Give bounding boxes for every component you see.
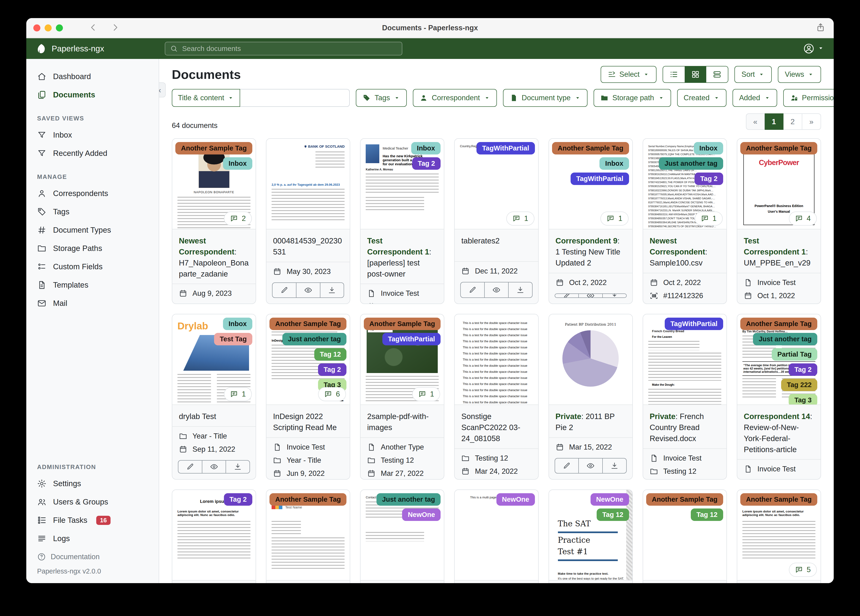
document-preview[interactable]: Lorem ipsumLorem ipsum dolor sit amet, c… xyxy=(737,490,821,581)
document-card[interactable]: Boundary Waters TripAnother Sample TagTa… xyxy=(360,314,444,479)
tag-tagwithpartial[interactable]: TagWithPartial xyxy=(665,317,723,330)
document-title[interactable]: Test Correspondent 1: [paperless] test p… xyxy=(361,229,444,284)
meta-path[interactable]: Year - Title xyxy=(273,456,343,465)
document-card[interactable]: CyberPowerPowerPanel® Business EditionUs… xyxy=(737,138,821,304)
document-preview[interactable]: Serial Number,Company Name,Employe… 9788… xyxy=(643,139,727,229)
meta-path[interactable]: Testing 12 xyxy=(461,454,531,462)
meta-type[interactable]: Invoice Test xyxy=(744,465,814,473)
meta-path[interactable]: Testing 12 xyxy=(744,478,814,479)
meta-date[interactable]: Sep 11, 2022 xyxy=(179,445,249,454)
meta-date[interactable]: Aug 9, 2023 xyxy=(179,289,249,298)
tag-inbox[interactable]: Inbox xyxy=(223,157,252,170)
tag-just-another-tag[interactable]: Just another tag xyxy=(377,493,441,506)
meta-type[interactable]: Another Type xyxy=(367,443,437,451)
document-title[interactable] xyxy=(549,581,632,583)
view-button[interactable] xyxy=(578,459,602,473)
sidebar-item-document-types[interactable]: Document Types xyxy=(26,221,159,239)
tag-tag-2[interactable]: Tag 2 xyxy=(695,173,723,185)
document-card[interactable]: InDesign Scripting DocumentationAnother … xyxy=(266,314,350,479)
edit-button[interactable] xyxy=(555,294,579,297)
pagination-next-button[interactable]: » xyxy=(802,113,821,130)
list-view-button[interactable] xyxy=(663,66,685,82)
document-card[interactable]: Country,Region/State,“…TagWithPartial 1 … xyxy=(454,138,538,304)
sidebar-item-settings[interactable]: Settings xyxy=(26,475,159,493)
document-title[interactable]: 0004814539_20230531 xyxy=(267,229,350,262)
document-title[interactable]: Newest Correspondent: Sample100.csv xyxy=(643,229,727,273)
tag-just-another-tag[interactable]: Just another tag xyxy=(659,157,723,170)
document-preview[interactable]: The SATPracticeTest #1Make time to take … xyxy=(549,490,632,581)
sidebar-item-custom-fields[interactable]: Custom Fields xyxy=(26,258,159,276)
document-card[interactable]: Contact Sheet DemoJust another tagNewOne xyxy=(360,489,444,583)
minimize-window-button[interactable] xyxy=(45,24,52,31)
tag-newone[interactable]: NewOne xyxy=(590,493,629,506)
document-preview[interactable]: Contact Sheet DemoJust another tagNewOne xyxy=(361,490,444,581)
sidebar-item-mail[interactable]: Mail xyxy=(26,294,159,313)
tag-another-sample-tag[interactable]: Another Sample Tag xyxy=(740,317,817,330)
meta-date[interactable]: Mar 24, 2022 xyxy=(461,467,531,476)
meta-date[interactable]: Mar 25, 2023 xyxy=(367,302,437,304)
view-button[interactable] xyxy=(296,283,320,297)
document-title[interactable]: tablerates2 xyxy=(455,229,538,262)
document-preview[interactable]: Boundary Waters TripAnother Sample TagTa… xyxy=(361,314,444,405)
tag-tagwithpartial[interactable]: TagWithPartial xyxy=(382,333,441,345)
document-preview[interactable]: Test NameAnother Sample Tag xyxy=(267,490,350,581)
correspondent-link[interactable]: Correspondent 9 xyxy=(556,236,618,245)
document-title[interactable]: Sonstige ScanPC2022 03-24_081058 xyxy=(455,405,538,449)
meta-date[interactable]: Dec 11, 2022 xyxy=(461,267,531,275)
document-title[interactable] xyxy=(737,581,821,583)
comment-count-badge[interactable]: 2 xyxy=(224,212,252,226)
comment-count-badge[interactable]: 6 xyxy=(318,387,346,401)
document-preview[interactable]: This is a multi page document. Page 1.Ne… xyxy=(455,490,538,581)
document-title[interactable] xyxy=(455,581,538,583)
tag-newone[interactable]: NewOne xyxy=(496,493,535,506)
document-title[interactable]: drylab Test xyxy=(172,405,256,427)
permissions-filter-button[interactable]: Permissions xyxy=(783,89,834,107)
title-content-dropdown[interactable]: Title & content xyxy=(172,89,240,107)
meta-path[interactable]: Testing 12 xyxy=(650,467,720,476)
view-button[interactable] xyxy=(578,294,602,297)
document-title[interactable]: Correspondent 9: 1 Testing New Title Upd… xyxy=(549,229,632,273)
tag-another-sample-tag[interactable]: Another Sample Tag xyxy=(740,493,817,506)
tag-test-tag[interactable]: Test Tag xyxy=(214,333,252,345)
document-preview[interactable]: Country,Region/State,“…TagWithPartial 1 xyxy=(455,139,538,229)
document-card[interactable]: Review of Arbitral Awards Shows Swift Re… xyxy=(737,314,821,479)
document-title[interactable]: 2sample-pdf-with-images xyxy=(361,405,444,438)
sidebar-item-templates[interactable]: Templates xyxy=(26,276,159,294)
document-title[interactable]: Private: 2011 BP Pie 2 xyxy=(549,405,632,438)
tag-tagwithpartial[interactable]: TagWithPartial xyxy=(571,173,629,185)
meta-date[interactable]: May 30, 2023 xyxy=(273,267,343,276)
meta-type[interactable]: Invoice Test xyxy=(744,278,814,287)
sidebar-item-documents[interactable]: Documents xyxy=(26,86,159,104)
document-preview[interactable]: Patient BP Distribution 2011 xyxy=(549,314,632,405)
document-title[interactable]: Private: French Country Bread Revised.do… xyxy=(643,405,727,449)
tag-partial-tag[interactable]: Partial Tag xyxy=(772,348,817,361)
meta-type[interactable]: Invoice Test xyxy=(273,443,343,451)
comment-count-badge[interactable]: 1 xyxy=(412,387,440,401)
sidebar-item-tags[interactable]: Tags xyxy=(26,203,159,221)
tag-inbox[interactable]: Inbox xyxy=(694,142,723,154)
document-title[interactable] xyxy=(172,581,256,583)
document-card[interactable]: Medical TeacherHas the new Kirkpatrick g… xyxy=(360,138,444,304)
correspondent-link[interactable]: Newest Correspondent xyxy=(179,236,234,256)
created-filter-button[interactable]: Created xyxy=(677,89,727,107)
pagination-prev-button[interactable]: « xyxy=(746,113,765,130)
download-button[interactable] xyxy=(602,459,626,473)
document-preview[interactable]: Lorem ipsumLorem ipsum dolor sit amet, c… xyxy=(172,490,256,581)
meta-type[interactable]: Invoice Test xyxy=(650,454,720,462)
tag-another-sample-tag[interactable]: Another Sample Tag xyxy=(740,142,817,154)
document-card[interactable]: ⚜ BANK OF SCOTLAND2,0 % p. a. auf Ihr Ta… xyxy=(266,138,350,304)
tag-another-sample-tag[interactable]: Another Sample Tag xyxy=(270,493,347,506)
document-card[interactable]: Lorem ipsumLorem ipsum dolor sit amet, c… xyxy=(737,489,821,583)
tag-just-another-tag[interactable]: Just another tag xyxy=(282,333,347,345)
browser-back-icon[interactable] xyxy=(89,23,98,33)
document-preview[interactable]: This is a test…Another Sample TagTag 12 xyxy=(643,490,727,581)
document-card[interactable]: This is a test…Another Sample TagTag 12 xyxy=(643,489,727,583)
tag-another-sample-tag[interactable]: Another Sample Tag xyxy=(364,317,441,330)
document-title[interactable]: Correspondent 14: Review-of-New-York-Fed… xyxy=(737,405,821,460)
document-card[interactable]: Test NameAnother Sample Tag xyxy=(266,489,350,583)
tag-another-sample-tag[interactable]: Another Sample Tag xyxy=(270,317,347,330)
correspondent-filter-button[interactable]: Correspondent xyxy=(413,89,497,107)
correspondent-link[interactable]: Correspondent 14 xyxy=(744,412,810,421)
sidebar-item-file-tasks[interactable]: File Tasks16 xyxy=(26,511,159,530)
document-card[interactable]: French Country BreadFor the LeavenMake t… xyxy=(643,314,727,479)
